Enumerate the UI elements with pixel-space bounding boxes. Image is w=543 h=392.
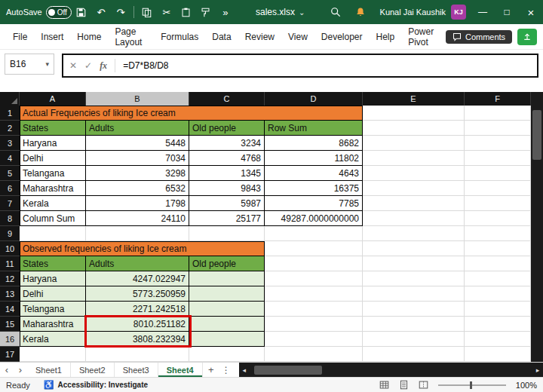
cell-F16[interactable] <box>465 332 531 347</box>
ribbon-tab-formulas[interactable]: Formulas <box>154 32 205 42</box>
cell-D12[interactable] <box>265 271 363 286</box>
formula-input-area[interactable]: ✕ ✓ fx =D7*B8/D8 <box>62 54 538 78</box>
format-painter-icon[interactable] <box>198 4 213 20</box>
cell-A11[interactable]: States <box>20 256 86 271</box>
cell-B2[interactable]: Adults <box>86 121 189 136</box>
column-header-A[interactable]: A <box>20 92 86 106</box>
cell-C5[interactable]: 1345 <box>189 166 265 181</box>
cell-C6[interactable]: 9843 <box>189 181 265 196</box>
row-header-5[interactable]: 5 <box>0 166 20 181</box>
autosave-toggle[interactable]: Off <box>46 6 72 19</box>
row-header-10[interactable]: 10 <box>0 241 20 256</box>
cell-E10[interactable] <box>363 241 465 256</box>
cell-C13[interactable] <box>189 286 265 302</box>
add-sheet-button[interactable]: + <box>203 363 219 377</box>
ribbon-tab-file[interactable]: File <box>6 32 34 42</box>
cell-C12[interactable] <box>189 271 265 286</box>
cell-E1[interactable] <box>363 106 465 121</box>
cell-F1[interactable] <box>465 106 531 121</box>
ribbon-tab-view[interactable]: View <box>281 32 314 42</box>
maximize-button[interactable]: □ <box>495 0 519 24</box>
sheet-tab-sheet4[interactable]: Sheet4 <box>158 363 203 377</box>
vertical-scroll-thumb[interactable] <box>532 110 541 160</box>
ribbon-tab-help[interactable]: Help <box>370 32 402 42</box>
next-sheet-button[interactable]: › <box>14 363 27 377</box>
cell-F6[interactable] <box>465 181 531 196</box>
select-all-corner[interactable] <box>0 92 20 106</box>
zoom-slider-knob[interactable] <box>470 381 472 389</box>
ribbon-tab-page-layout[interactable]: Page Layout <box>108 26 154 47</box>
row-header-15[interactable]: 15 <box>0 317 20 332</box>
cell-E17[interactable] <box>363 347 465 362</box>
cell-C15[interactable] <box>189 317 265 332</box>
cell-B12[interactable]: 4247.022947 <box>86 271 189 286</box>
cell-A16[interactable]: Kerala <box>20 332 86 347</box>
cell-A1[interactable]: Actual Frequencies of liking Ice cream <box>20 106 363 121</box>
cell-F10[interactable] <box>465 241 531 256</box>
cell-C14[interactable] <box>189 302 265 317</box>
page-break-preview-icon[interactable] <box>419 380 428 390</box>
cell-F11[interactable] <box>465 256 531 271</box>
cell-E2[interactable] <box>363 121 465 136</box>
cell-F15[interactable] <box>465 317 531 332</box>
redo-icon[interactable]: ↷ <box>113 4 128 20</box>
cell-F4[interactable] <box>465 151 531 166</box>
cell-E6[interactable] <box>363 181 465 196</box>
row-header-1[interactable]: 1 <box>0 106 20 121</box>
column-header-E[interactable]: E <box>363 92 465 106</box>
cell-C17[interactable] <box>189 347 265 362</box>
ribbon-tab-developer[interactable]: Developer <box>314 32 370 42</box>
avatar[interactable]: KJ <box>451 5 466 20</box>
share-button[interactable] <box>517 29 537 45</box>
cell-E13[interactable] <box>363 286 465 302</box>
cell-B11[interactable]: Adults <box>86 256 189 271</box>
cell-A3[interactable]: Haryana <box>20 136 86 151</box>
cell-D17[interactable] <box>265 347 363 362</box>
cell-D16[interactable] <box>265 332 363 347</box>
insert-function-icon[interactable]: fx <box>100 60 107 72</box>
comments-button[interactable]: Comments <box>446 30 512 44</box>
cell-A2[interactable]: States <box>20 121 86 136</box>
cell-F8[interactable] <box>465 211 531 226</box>
cell-C16[interactable] <box>189 332 265 347</box>
column-header-F[interactable]: F <box>465 92 531 106</box>
cell-B5[interactable]: 3298 <box>86 166 189 181</box>
row-header-16[interactable]: 16 <box>0 332 20 347</box>
cell-F2[interactable] <box>465 121 531 136</box>
cell-F17[interactable] <box>465 347 531 362</box>
row-header-11[interactable]: 11 <box>0 256 20 271</box>
undo-icon[interactable]: ↶ <box>94 4 109 20</box>
prev-sheet-button[interactable]: ‹ <box>0 363 14 377</box>
cell-D6[interactable]: 16375 <box>265 181 363 196</box>
cell-D15[interactable] <box>265 317 363 332</box>
sheet-tab-sheet1[interactable]: Sheet1 <box>27 363 71 377</box>
sheet-tab-sheet3[interactable]: Sheet3 <box>115 363 158 377</box>
cell-A4[interactable]: Delhi <box>20 151 86 166</box>
copy-icon[interactable] <box>140 4 155 20</box>
cell-F13[interactable] <box>465 286 531 302</box>
cell-A8[interactable]: Column Sum <box>20 211 86 226</box>
row-header-2[interactable]: 2 <box>0 121 20 136</box>
row-header-8[interactable]: 8 <box>0 211 20 226</box>
cell-B13[interactable]: 5773.250959 <box>86 286 189 302</box>
minimize-button[interactable]: — <box>471 0 495 24</box>
cell-C3[interactable]: 3234 <box>189 136 265 151</box>
paste-icon[interactable] <box>179 4 194 20</box>
document-title[interactable]: sales.xlsx ⌄ <box>256 7 305 17</box>
ribbon-tab-home[interactable]: Home <box>70 32 108 42</box>
cell-B9[interactable] <box>86 226 189 241</box>
row-header-14[interactable]: 14 <box>0 302 20 317</box>
vertical-scrollbar[interactable] <box>531 92 543 362</box>
page-layout-view-icon[interactable] <box>399 380 409 390</box>
column-header-C[interactable]: C <box>189 92 265 106</box>
row-header-4[interactable]: 4 <box>0 151 20 166</box>
cell-F7[interactable] <box>465 196 531 211</box>
cell-D13[interactable] <box>265 286 363 302</box>
cell-D3[interactable]: 8682 <box>265 136 363 151</box>
cell-C8[interactable]: 25177 <box>189 211 265 226</box>
cell-D14[interactable] <box>265 302 363 317</box>
autosave-control[interactable]: AutoSave Off <box>6 6 72 19</box>
cell-E3[interactable] <box>363 136 465 151</box>
cell-E5[interactable] <box>363 166 465 181</box>
cell-D9[interactable] <box>265 226 363 241</box>
